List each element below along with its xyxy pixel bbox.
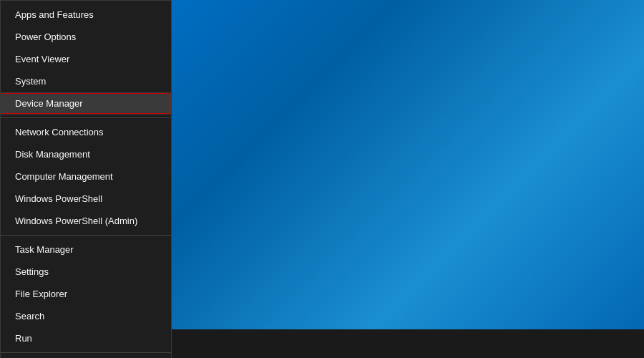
separator-3 (1, 352, 171, 353)
menu-item-run[interactable]: Run (1, 327, 171, 349)
menu-item-disk-management[interactable]: Disk Management (1, 143, 171, 165)
menu-item-device-manager[interactable]: Device Manager (1, 92, 171, 115)
desktop: Apps and Features Power Options Event Vi… (0, 0, 644, 358)
menu-item-windows-powershell[interactable]: Windows PowerShell (1, 188, 171, 210)
menu-item-search[interactable]: Search (1, 305, 171, 327)
menu-item-apps-features[interactable]: Apps and Features (1, 4, 171, 26)
menu-item-power-options[interactable]: Power Options (1, 26, 171, 48)
menu-item-system[interactable]: System (1, 70, 171, 92)
separator-1 (1, 117, 171, 118)
menu-item-windows-powershell-admin[interactable]: Windows PowerShell (Admin) (1, 210, 171, 232)
menu-item-network-connections[interactable]: Network Connections (1, 121, 171, 143)
separator-2 (1, 235, 171, 236)
context-menu: Apps and Features Power Options Event Vi… (0, 0, 172, 358)
menu-item-file-explorer[interactable]: File Explorer (1, 283, 171, 305)
menu-item-event-viewer[interactable]: Event Viewer (1, 48, 171, 70)
menu-item-computer-management[interactable]: Computer Management (1, 165, 171, 188)
menu-item-task-manager[interactable]: Task Manager (1, 238, 171, 261)
menu-item-settings[interactable]: Settings (1, 261, 171, 283)
